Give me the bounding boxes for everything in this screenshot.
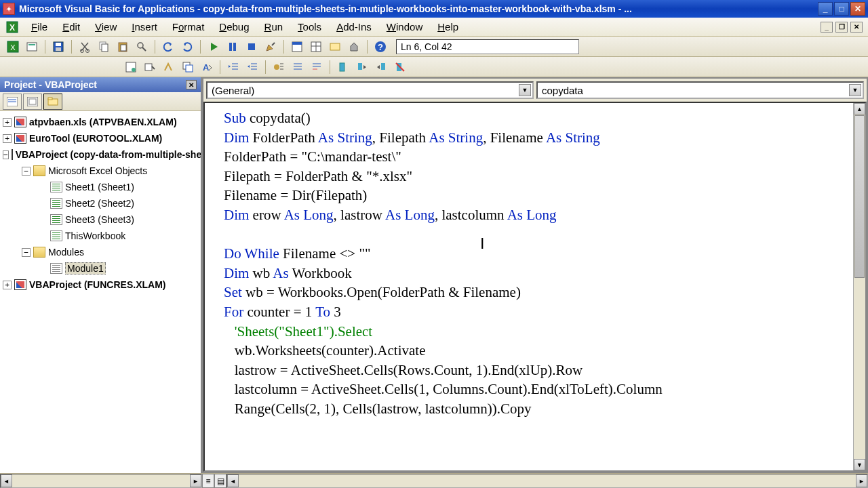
procedure-view-button[interactable]: ≡ — [202, 474, 214, 488]
svg-rect-18 — [233, 43, 236, 51]
complete-word-button[interactable]: A — [198, 59, 216, 75]
scroll-right-button[interactable]: ► — [190, 474, 201, 487]
undo-button[interactable] — [159, 39, 177, 55]
menu-help[interactable]: Help — [431, 18, 465, 35]
scroll-up-button[interactable]: ▲ — [854, 103, 865, 115]
tree-node[interactable]: Sheet2 (Sheet2) — [65, 198, 134, 209]
standard-toolbar: X ? Ln 6, Col 42 — [0, 37, 868, 57]
quick-info-button[interactable] — [160, 59, 178, 75]
bookmark-toggle-button[interactable] — [334, 59, 352, 75]
svg-point-30 — [132, 68, 136, 72]
list-constants-button[interactable] — [141, 59, 159, 75]
uncomment-block-button[interactable] — [308, 59, 326, 75]
vertical-scrollbar[interactable]: ▲ ▼ — [853, 103, 865, 470]
bookmark-prev-button[interactable] — [372, 59, 390, 75]
mdi-minimize-button[interactable]: _ — [821, 22, 833, 33]
svg-rect-5 — [28, 44, 35, 45]
tree-node[interactable]: VBAProject (FUNCRES.XLAM) — [29, 279, 165, 290]
expand-icon[interactable]: + — [3, 134, 12, 143]
object-dropdown[interactable]: (General)▼ — [206, 81, 534, 99]
view-object-button[interactable] — [23, 94, 42, 110]
menu-format[interactable]: Format — [165, 18, 212, 35]
tree-node[interactable]: ThisWorkbook — [65, 230, 125, 241]
mdi-close-button[interactable]: ✕ — [850, 22, 863, 33]
menu-debug[interactable]: Debug — [212, 18, 256, 35]
svg-text:X: X — [10, 43, 16, 52]
chevron-down-icon[interactable]: ▼ — [849, 84, 861, 96]
scroll-thumb[interactable] — [854, 115, 865, 278]
view-excel-button[interactable]: X — [4, 39, 22, 55]
chevron-down-icon[interactable]: ▼ — [519, 84, 531, 96]
menu-tools[interactable]: Tools — [291, 18, 328, 35]
break-button[interactable] — [224, 39, 241, 55]
project-horizontal-scrollbar[interactable]: ◄► — [0, 474, 202, 488]
tree-node[interactable]: EuroTool (EUROTOOL.XLAM) — [29, 133, 162, 144]
outdent-button[interactable] — [243, 59, 261, 75]
collapse-icon[interactable]: − — [3, 150, 9, 159]
bookmark-next-button[interactable] — [353, 59, 371, 75]
help-button[interactable]: ? — [372, 39, 389, 55]
vba-project-icon — [14, 279, 26, 290]
toggle-folders-button[interactable] — [43, 94, 62, 110]
expand-icon[interactable]: + — [3, 281, 12, 289]
project-tree[interactable]: +atpvbaen.xls (ATPVBAEN.XLAM) +EuroTool … — [0, 111, 201, 473]
bookmark-clear-button[interactable] — [391, 59, 409, 75]
find-button[interactable] — [133, 39, 151, 55]
scroll-left-button[interactable]: ◄ — [227, 474, 239, 487]
svg-rect-53 — [381, 63, 385, 70]
design-mode-button[interactable] — [262, 39, 279, 55]
comment-block-button[interactable] — [289, 59, 307, 75]
menu-edit[interactable]: Edit — [56, 18, 87, 35]
tree-node[interactable]: Modules — [48, 247, 84, 258]
scroll-left-button[interactable]: ◄ — [1, 474, 12, 487]
mdi-restore-button[interactable]: ❐ — [835, 22, 848, 33]
copy-button[interactable] — [95, 39, 113, 55]
full-module-view-button[interactable]: ▤ — [214, 474, 226, 488]
redo-button[interactable] — [178, 39, 196, 55]
procedure-dropdown[interactable]: copydata▼ — [536, 81, 864, 99]
collapse-icon[interactable]: − — [22, 167, 31, 176]
insert-module-button[interactable] — [23, 39, 41, 55]
tree-node[interactable]: atpvbaen.xls (ATPVBAEN.XLAM) — [29, 117, 177, 127]
view-code-button[interactable] — [3, 94, 22, 110]
excel-icon: X — [5, 20, 19, 34]
parameter-info-button[interactable] — [179, 59, 197, 75]
menubar: X File Edit View Insert Format Debug Run… — [0, 18, 868, 37]
menu-run[interactable]: Run — [258, 18, 290, 35]
toolbox-button[interactable] — [345, 39, 363, 55]
menu-insert[interactable]: Insert — [125, 18, 164, 35]
close-button[interactable]: ✕ — [850, 2, 865, 16]
menu-addins[interactable]: Add-Ins — [330, 18, 378, 35]
save-button[interactable] — [50, 39, 67, 55]
cut-button[interactable] — [76, 39, 94, 55]
paste-button[interactable] — [114, 39, 132, 55]
expand-icon[interactable]: + — [3, 118, 12, 127]
code-editor[interactable]: Sub copydata() Dim FolderPath As String,… — [205, 103, 853, 470]
svg-rect-26 — [330, 43, 340, 50]
project-panel-close-button[interactable]: ✕ — [186, 80, 197, 89]
list-properties-button[interactable] — [122, 59, 140, 75]
reset-button[interactable] — [243, 39, 260, 55]
project-explorer-button[interactable] — [288, 39, 306, 55]
indent-button[interactable] — [224, 59, 242, 75]
menu-window[interactable]: Window — [380, 18, 429, 35]
tree-node[interactable]: Sheet3 (Sheet3) — [65, 214, 134, 225]
code-horizontal-scrollbar[interactable]: ◄► — [226, 474, 868, 488]
edit-toolbar: A — [0, 57, 868, 77]
minimize-button[interactable]: _ — [818, 2, 833, 16]
object-browser-button[interactable] — [326, 39, 344, 55]
tree-node[interactable]: Sheet1 (Sheet1) — [65, 182, 134, 192]
scroll-down-button[interactable]: ▼ — [854, 459, 865, 470]
vba-project-icon — [14, 133, 26, 144]
tree-node[interactable]: Microsoft Excel Objects — [48, 165, 147, 176]
tree-node[interactable]: VBAProject (copy-data-from-multiple-shee… — [16, 149, 201, 160]
properties-button[interactable] — [307, 39, 325, 55]
maximize-button[interactable]: □ — [834, 2, 849, 16]
menu-view[interactable]: View — [88, 18, 123, 35]
run-button[interactable] — [205, 39, 222, 55]
collapse-icon[interactable]: − — [22, 248, 31, 257]
breakpoint-button[interactable] — [270, 59, 288, 75]
tree-node-selected[interactable]: Module1 — [65, 262, 106, 274]
menu-file[interactable]: File — [24, 18, 54, 35]
scroll-right-button[interactable]: ► — [856, 474, 867, 487]
